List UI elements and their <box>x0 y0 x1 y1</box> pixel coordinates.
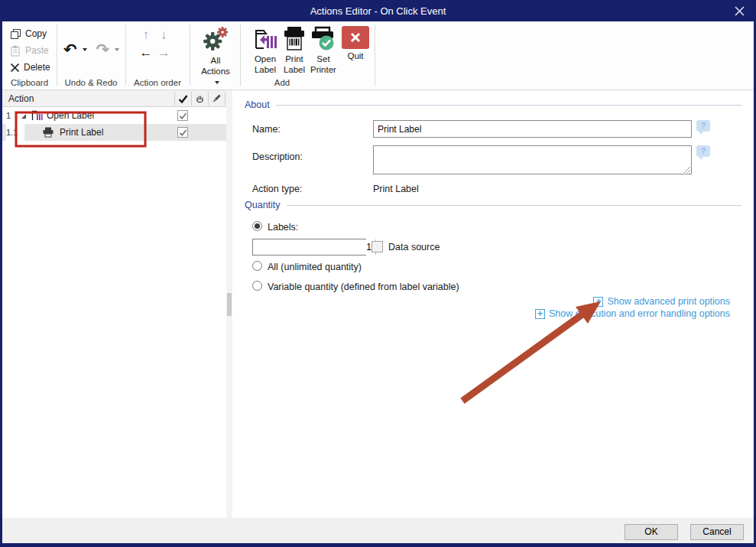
undo-redo-buttons: ↶ ↷ <box>63 43 119 57</box>
delete-label: Delete <box>24 62 50 73</box>
quit-button[interactable]: Quit <box>340 26 371 62</box>
tree-row-open-label[interactable]: 1 Open Label <box>2 107 226 124</box>
expand-plus-icon: + <box>593 297 603 307</box>
window-border-bottom <box>0 543 756 547</box>
column-separator <box>174 92 175 106</box>
action-type-label: Action type: <box>252 184 302 194</box>
action-tree-panel: Action 1 <box>2 90 226 518</box>
expander-icon[interactable] <box>21 114 26 119</box>
close-icon <box>735 6 745 16</box>
ribbon-separator <box>190 24 190 86</box>
paste-button[interactable]: Paste <box>8 43 51 58</box>
variable-quantity-radio[interactable] <box>252 281 262 291</box>
labels-quantity-input[interactable] <box>253 239 375 255</box>
move-up-icon[interactable]: ↑ <box>138 29 154 41</box>
all-actions-label: All Actions <box>198 56 233 87</box>
ribbon-toolbar: Copy Paste Delete Clipboard ↶ ↷ Undo & R… <box>2 21 754 90</box>
print-label-row-icon <box>42 126 54 141</box>
action-order-buttons: ↑ ↓ ← → <box>138 29 171 59</box>
undo-dropdown-caret-icon[interactable] <box>83 48 87 51</box>
actions-editor-dialog: Actions Editor - On Click Event Copy Pas… <box>0 0 756 547</box>
execution-link-label: Show execution and error handling option… <box>549 308 730 319</box>
enabled-checkbox[interactable] <box>177 127 188 138</box>
action-type-value: Print Label <box>373 184 419 194</box>
labels-radio-label: Labels: <box>268 222 298 233</box>
all-actions-button[interactable]: All Actions <box>198 26 233 87</box>
variable-quantity-label: Variable quantity (defined from label va… <box>268 282 459 292</box>
ok-button[interactable]: OK <box>625 524 678 540</box>
name-label: Name: <box>252 124 281 135</box>
print-label-button[interactable]: Print Label <box>279 26 310 76</box>
description-help-icon[interactable]: ? <box>696 145 710 157</box>
set-printer-label: Set Printer <box>308 54 339 76</box>
undo-redo-group-label: Undo & Redo <box>57 78 125 87</box>
quit-label: Quit <box>347 51 363 62</box>
column-separator <box>208 92 209 106</box>
open-label-icon <box>252 26 278 52</box>
action-column-header: Action <box>2 93 34 104</box>
quit-icon <box>342 26 369 49</box>
open-label-label: Open Label <box>250 54 281 76</box>
close-button[interactable] <box>730 3 748 18</box>
quantity-header-label: Quantity <box>245 200 281 210</box>
open-label-row-icon <box>31 109 43 124</box>
about-header-label: About <box>245 99 270 110</box>
expand-plus-icon: + <box>535 309 545 319</box>
all-actions-dropdown-caret-icon <box>215 81 219 84</box>
all-quantity-label: All (unlimited quantity) <box>268 262 362 272</box>
move-down-icon[interactable]: ↓ <box>156 29 171 41</box>
redo-dropdown-caret-icon[interactable] <box>115 48 119 51</box>
copy-icon <box>10 28 21 40</box>
clipboard-group-label: Clipboard <box>2 78 57 87</box>
resize-grip[interactable] <box>683 165 690 173</box>
row-number: 1.1 <box>6 124 24 141</box>
all-quantity-radio[interactable] <box>252 261 262 271</box>
copy-label: Copy <box>25 28 47 39</box>
move-right-icon[interactable]: → <box>156 47 171 59</box>
open-label-button[interactable]: Open Label <box>250 26 281 76</box>
row-label: Print Label <box>60 127 103 138</box>
set-printer-button[interactable]: Set Printer <box>308 26 339 76</box>
dialog-footer: OK Cancel <box>2 518 754 543</box>
copy-button[interactable]: Copy <box>8 26 49 41</box>
delete-icon <box>10 63 20 73</box>
paste-label: Paste <box>25 45 49 56</box>
data-source-label: Data source <box>388 242 440 252</box>
ribbon-separator <box>375 24 375 86</box>
add-group-label: Add <box>240 78 324 87</box>
move-left-icon[interactable]: ← <box>138 47 154 59</box>
redo-icon[interactable]: ↷ <box>96 43 110 57</box>
delete-button[interactable]: Delete <box>8 60 53 75</box>
labels-quantity-spinner <box>252 239 366 256</box>
undo-icon[interactable]: ↶ <box>63 43 77 57</box>
enabled-column-icon <box>177 93 189 105</box>
title-bar: Actions Editor - On Click Event <box>0 0 756 21</box>
labels-radio[interactable] <box>252 221 262 231</box>
column-separator <box>191 92 192 106</box>
print-label-label: Print Label <box>279 54 310 76</box>
row-label: Open Label <box>47 110 94 121</box>
set-printer-icon <box>310 26 337 52</box>
cancel-button[interactable]: Cancel <box>690 524 744 540</box>
show-execution-options-link[interactable]: + Show execution and error handling opti… <box>535 308 730 319</box>
section-rule <box>287 205 741 206</box>
name-help-icon[interactable]: ? <box>696 120 710 132</box>
all-actions-gear-icon <box>202 26 229 54</box>
enabled-checkbox[interactable] <box>177 110 188 121</box>
name-input[interactable] <box>373 120 692 138</box>
column-separator <box>225 92 226 106</box>
ribbon-separator <box>57 24 57 86</box>
edit-column-icon <box>210 93 222 105</box>
show-advanced-print-options-link[interactable]: + Show advanced print options <box>593 296 730 307</box>
scrollbar-thumb[interactable] <box>227 293 232 316</box>
print-label-icon <box>281 26 307 52</box>
about-section-header: About <box>245 99 741 110</box>
tree-header: Action <box>2 90 226 107</box>
action-order-group-label: Action order <box>125 78 190 87</box>
description-label: Description: <box>252 151 303 162</box>
panel-scrollbar[interactable] <box>226 90 232 518</box>
data-source-checkbox[interactable] <box>372 241 383 252</box>
quantity-section-header: Quantity <box>245 200 741 210</box>
tree-row-print-label[interactable]: 1.1 Print Label <box>2 124 226 141</box>
description-input[interactable] <box>373 145 692 174</box>
